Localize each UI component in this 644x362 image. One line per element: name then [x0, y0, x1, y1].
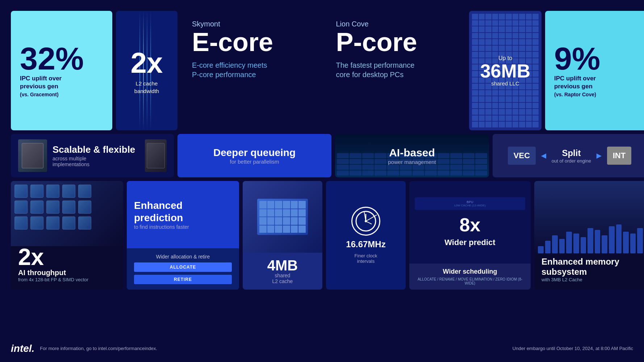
pcore-desc: The fastest performancecore for desktop … — [336, 60, 455, 79]
arrow-right-icon: ► — [595, 151, 603, 161]
4mb-text: 4MB shared L2 cache — [243, 253, 322, 290]
grid-cell — [479, 39, 485, 45]
grid-cell — [479, 14, 485, 20]
grid-cell — [472, 84, 478, 89]
enhanced-top: Enhancedprediction to find instructions … — [127, 181, 239, 248]
grid-cell — [472, 103, 478, 109]
grid-cell — [492, 39, 498, 45]
grid-cell — [519, 46, 525, 51]
ai-throughput-sub: from 4x 128-bit FP & SIMD vector — [18, 277, 116, 282]
grid-cell — [532, 58, 539, 64]
ai-title: AI-based — [389, 147, 435, 159]
grid-cell — [532, 39, 539, 45]
grid-cell — [513, 103, 519, 109]
chip-cell — [283, 217, 290, 225]
grid-cell — [526, 115, 532, 121]
keyboard-key — [375, 153, 386, 158]
chip-cell — [283, 226, 290, 233]
clock-svg — [355, 210, 377, 232]
keyboard-key — [337, 165, 349, 170]
enhanced-bottom: Wider allocation & retire ALLOCATE RETIR… — [127, 248, 239, 290]
cube-item — [78, 201, 91, 214]
card-pcore: Lion Cove P-core The fastest performance… — [325, 11, 466, 130]
grid-cell — [492, 122, 498, 127]
ecore-desc: E-core efficiency meetsP-core performanc… — [192, 60, 311, 79]
grid-cell — [532, 46, 539, 51]
cube-item — [30, 185, 43, 198]
grid-cell — [485, 46, 492, 51]
grid-cell — [485, 39, 492, 45]
grid-cell — [519, 122, 525, 127]
grid-cell — [472, 46, 478, 51]
grid-cell — [519, 14, 525, 20]
grid-cell — [532, 14, 539, 20]
vec-label: VEC — [508, 147, 536, 165]
grid-cell — [532, 115, 539, 121]
keyboard-key — [450, 165, 462, 170]
chip-cell — [259, 201, 267, 209]
grid-cell — [479, 122, 485, 127]
memory-bar — [637, 228, 643, 253]
footer: intel. For more information, go to intel… — [0, 337, 644, 360]
memory-bar — [623, 232, 629, 253]
wider-text: Wider allocation & retire — [134, 254, 232, 260]
grid-cell — [485, 122, 492, 127]
grid-cell — [532, 77, 539, 83]
grid-cell — [519, 33, 525, 39]
keyboard-key — [425, 165, 437, 170]
keyboard-key — [362, 159, 374, 164]
arrow-left-icon: ◄ — [539, 151, 548, 161]
footer-left: intel. For more information, go to intel… — [11, 343, 157, 354]
grid-cell — [506, 26, 512, 32]
card-enhanced-memory: Enhanced memorysubsystem with 3MB L2 Cac… — [534, 181, 644, 290]
chip-cell — [267, 226, 275, 233]
card-deeper-queueing: Deeper queueing for better parallelism — [177, 134, 331, 177]
enhanced-title: Enhancedprediction — [134, 199, 232, 224]
keyboard-key — [400, 165, 412, 170]
grid-cell — [519, 26, 525, 32]
bpu-label: BPU — [418, 200, 522, 204]
grid-cell — [513, 14, 519, 20]
keyboard-key — [475, 153, 487, 158]
grid-cell — [506, 96, 512, 102]
36mb-text: Up to 36MB shared LLC — [480, 55, 531, 87]
grid-cell — [472, 90, 478, 96]
chip-cell — [291, 209, 298, 217]
chip-image-right — [145, 139, 167, 172]
grid-cell — [485, 109, 492, 115]
grid-cell — [492, 33, 498, 39]
grid-cell — [472, 14, 478, 20]
chip-cell — [291, 217, 298, 225]
grid-cell — [513, 33, 519, 39]
clock-icon — [351, 207, 380, 236]
keyboard-key — [375, 159, 386, 164]
allocate-bar: ALLOCATE — [134, 262, 232, 272]
keyboard-key — [438, 159, 449, 164]
chip-cell — [298, 226, 306, 233]
memory-bar — [602, 235, 607, 253]
memory-bar — [616, 224, 622, 253]
8x-number: 8x — [460, 215, 481, 234]
keyboard-key — [463, 159, 475, 164]
grid-cell — [499, 26, 505, 32]
chip-cell — [298, 209, 306, 217]
cube-item — [62, 185, 75, 198]
card-2x-ai: 2x AI throughput from 4x 128-bit FP & SI… — [11, 181, 123, 290]
grid-cell — [499, 20, 505, 26]
grid-cell — [472, 122, 478, 127]
keyboard-key — [438, 165, 449, 170]
grid-cell — [472, 58, 478, 64]
pcore-label: Lion Cove — [336, 20, 455, 28]
grid-cell — [485, 20, 492, 26]
grid-cell — [492, 14, 498, 20]
cube-item — [46, 201, 59, 214]
grid-cell — [499, 122, 505, 127]
memory-background — [534, 181, 644, 257]
keyboard-key — [450, 159, 462, 164]
grid-cell — [492, 20, 498, 26]
enhanced-sub: to find instructions faster — [134, 224, 232, 230]
svg-point-3 — [365, 220, 367, 222]
card-ai-power: AI-based power management — [335, 134, 489, 177]
wider-sched-sub: ALLOCATE / RENAME / MOVE ELIMINATION / Z… — [414, 277, 526, 285]
footer-embargo: Under embargo until October 10, 2024, at… — [513, 346, 633, 351]
